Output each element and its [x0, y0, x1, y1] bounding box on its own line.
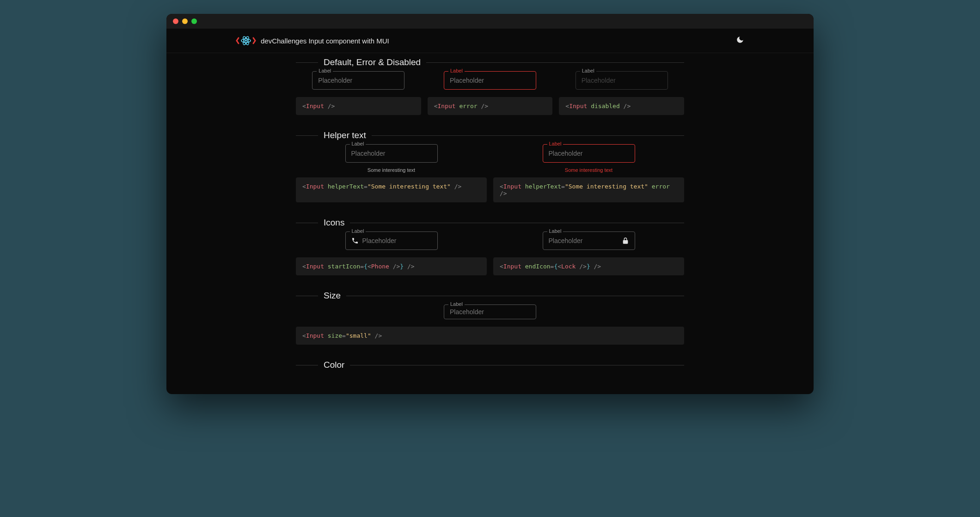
helper-text: Some interesting text	[368, 167, 415, 173]
input-label: Label	[350, 141, 366, 146]
input-with-helper-error: Label	[543, 144, 635, 163]
code-example: <Input startIcon={<Phone />} />	[296, 257, 487, 275]
react-logo-icon	[236, 34, 256, 47]
window-titlebar	[166, 14, 814, 29]
code-example: <Input size="small" />	[296, 327, 684, 345]
lock-icon	[622, 237, 629, 244]
app-title: devChallenges Input component with MUI	[261, 37, 389, 45]
input-disabled: Label	[576, 71, 668, 90]
input-label: Label	[448, 68, 465, 73]
text-input[interactable]	[549, 150, 629, 157]
text-input	[582, 77, 662, 84]
input-with-helper: Label	[345, 144, 438, 163]
input-end-icon: Label	[543, 231, 635, 250]
dark-mode-toggle[interactable]	[736, 36, 744, 46]
input-small: Label	[444, 304, 536, 319]
input-label: Label	[317, 68, 333, 73]
section-divider	[296, 223, 684, 223]
section-divider	[296, 365, 684, 365]
phone-icon	[351, 237, 359, 244]
input-label: Label	[448, 301, 465, 307]
section-title-icons: Icons	[318, 218, 350, 228]
section-title-color: Color	[318, 360, 350, 370]
maximize-window-button[interactable]	[191, 18, 197, 24]
code-example: <Input />	[296, 97, 421, 115]
svg-point-3	[245, 40, 247, 42]
app-window: devChallenges Input component with MUI D…	[166, 14, 814, 394]
text-input[interactable]	[362, 237, 432, 244]
section-title-default: Default, Error & Disabled	[318, 57, 426, 67]
input-label: Label	[350, 228, 366, 234]
input-default: Label	[312, 71, 404, 90]
input-label: Label	[547, 228, 564, 234]
text-input[interactable]	[549, 237, 618, 244]
text-input[interactable]	[351, 150, 432, 157]
input-start-icon: Label	[345, 231, 438, 250]
moon-icon	[736, 36, 744, 44]
field-row: Label Label Label	[296, 71, 684, 92]
code-example: <Input helperText="Some interesting text…	[493, 177, 684, 202]
code-example: <Input error />	[428, 97, 553, 115]
text-input[interactable]	[450, 308, 530, 316]
code-example: <Input disabled />	[559, 97, 684, 115]
code-example: <Input helperText="Some interesting text…	[296, 177, 487, 202]
input-label: Label	[580, 68, 596, 73]
input-label: Label	[547, 141, 564, 146]
input-error: Label	[444, 71, 536, 90]
code-example: <Input endIcon={<Lock />} />	[493, 257, 684, 275]
text-input[interactable]	[450, 77, 530, 84]
close-window-button[interactable]	[173, 18, 178, 24]
app-header: devChallenges Input component with MUI	[166, 29, 814, 53]
section-title-helper: Helper text	[318, 130, 372, 140]
helper-text: Some interesting text	[565, 167, 612, 173]
section-title-size: Size	[318, 291, 346, 301]
app-logo: devChallenges Input component with MUI	[236, 34, 389, 47]
section-divider	[296, 296, 684, 296]
main-content: Default, Error & Disabled Label Label	[166, 53, 814, 394]
minimize-window-button[interactable]	[182, 18, 188, 24]
text-input[interactable]	[318, 77, 398, 84]
